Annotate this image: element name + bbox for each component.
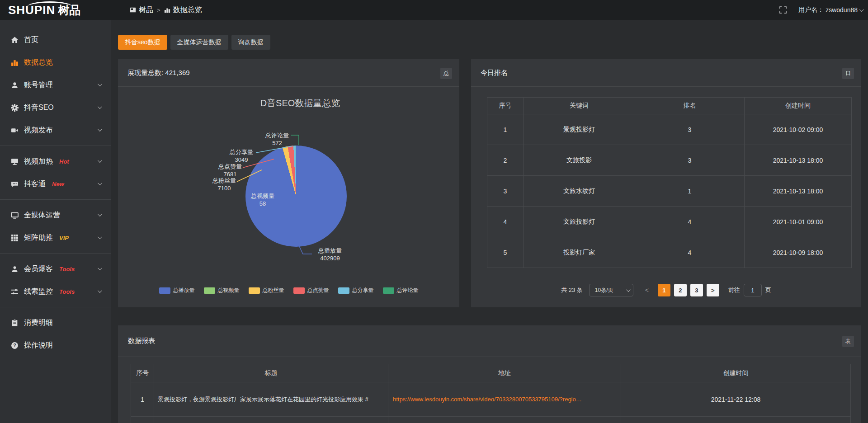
breadcrumb-current: 数据总览 — [164, 5, 202, 15]
chevron-down-icon — [98, 181, 102, 185]
fullscreen-icon[interactable] — [779, 6, 787, 14]
sidebar-item-instructions[interactable]: ? 操作说明 — [0, 334, 111, 357]
table-view-button[interactable]: 表 — [842, 336, 854, 347]
table-row: 1 景观投影灯 3 2021-10-02 09:00 — [487, 114, 852, 145]
legend-swatch — [293, 287, 305, 294]
member-icon — [11, 265, 19, 273]
data-tabs: 抖音seo数据 全媒体运营数据 询盘数据 — [118, 35, 270, 50]
data-report-panel: 数据报表 表 序号 标题 地址 创建时间 1 景观投影灯，夜游景观投影灯厂家展示… — [118, 325, 861, 423]
legend-swatch — [204, 287, 215, 294]
goto-page-input[interactable] — [744, 284, 762, 296]
chevron-down-icon — [98, 266, 102, 270]
chevron-down-icon — [98, 212, 102, 216]
panel-title: 数据报表 — [128, 337, 155, 345]
sidebar-item-account[interactable]: 账号管理 — [0, 74, 111, 96]
top-header: SHUPIN 树品 树品 > 数据总览 用户名： zswodun88 — [0, 0, 868, 20]
next-page-button[interactable]: > — [707, 284, 719, 296]
breadcrumb-separator: > — [157, 7, 160, 14]
sidebar-item-video-publish[interactable]: 视频发布 — [0, 119, 111, 141]
chevron-down-icon — [98, 235, 102, 239]
svg-text:?: ? — [13, 343, 16, 348]
tools-badge: Tools — [59, 288, 75, 295]
sidebar-item-matrix-boost[interactable]: 矩阵助推 VIP — [0, 226, 111, 249]
pie-label-likes: 总点赞量7681 — [218, 163, 242, 178]
username-value: zswodun88 — [826, 6, 858, 14]
window-icon — [130, 7, 136, 13]
legend-item-plays[interactable]: 总播放量 — [159, 287, 195, 294]
chevron-down-icon — [98, 288, 102, 293]
tools-badge: Tools — [59, 266, 75, 273]
sidebar-divider — [0, 199, 111, 200]
page-button-3[interactable]: 3 — [690, 284, 703, 296]
tab-douyin-seo-data[interactable]: 抖音seo数据 — [118, 35, 167, 50]
monitor-icon — [11, 212, 19, 219]
today-ranking-panel: 今日排名 日 序号 关键词 排名 创建时间 1 景观投影灯 3 2021-10-… — [471, 59, 861, 307]
receipt-icon — [11, 319, 19, 327]
sidebar-item-video-heat[interactable]: 视频加热 Hot — [0, 150, 111, 173]
table-header-row: 序号 关键词 排名 创建时间 — [487, 98, 852, 114]
goto-label: 前往 — [728, 286, 740, 294]
total-view-button[interactable]: 总 — [440, 68, 452, 79]
impressions-total: 展现量总数: 421,369 — [127, 69, 190, 77]
table-row: 1 景观投影灯，夜游景观投影灯厂家展示展示落花灯在花园里的灯光投影应用效果 # … — [131, 382, 851, 417]
chevron-down-icon — [859, 7, 864, 12]
table-row: 3 文旅水纹灯 1 2021-10-13 18:00 — [487, 176, 852, 207]
legend-swatch — [338, 287, 349, 294]
user-menu[interactable]: 用户名： zswodun88 — [798, 6, 863, 14]
sidebar-divider — [0, 307, 111, 307]
legend-swatch — [249, 287, 260, 294]
chevron-down-icon — [98, 127, 102, 132]
chevron-down-icon — [98, 158, 102, 163]
page-button-2[interactable]: 2 — [674, 284, 687, 296]
tab-media-operation-data[interactable]: 全媒体运营数据 — [170, 35, 228, 50]
pie-label-plays: 总播放量402909 — [318, 247, 342, 262]
legend-swatch — [383, 287, 394, 294]
sidebar-item-douyin-seo[interactable]: 抖音SEO — [0, 96, 111, 119]
page-button-1[interactable]: 1 — [658, 284, 670, 296]
chart-legend: 总播放量 总视频量 总粉丝量 总点赞量 总分享量 总评论量 — [118, 287, 459, 294]
tab-inquiry-data[interactable]: 询盘数据 — [231, 35, 270, 50]
hot-badge: Hot — [59, 158, 69, 165]
bar-chart-icon — [164, 7, 170, 13]
pie-label-fans: 总粉丝量7100 — [212, 177, 236, 192]
pie-label-comments: 总评论量572 — [265, 132, 289, 147]
pagination: 共 23 条 10条/页 < 1 2 3 > 前往 页 — [471, 284, 861, 296]
app-logo: SHUPIN 树品 — [8, 0, 80, 20]
sidebar-divider — [0, 253, 111, 254]
legend-item-videos[interactable]: 总视频量 — [204, 287, 240, 294]
sidebar-item-member-baoke[interactable]: 会员爆客 Tools — [0, 258, 111, 280]
sidebar-item-consumption-detail[interactable]: 消费明细 — [0, 311, 111, 334]
legend-item-likes[interactable]: 总点赞量 — [293, 287, 329, 294]
video-link[interactable]: https://www.iesdouyin.com/share/video/70… — [388, 382, 621, 417]
legend-item-shares[interactable]: 总分享量 — [338, 287, 374, 294]
table-row: 5 投影灯厂家 4 2021-10-09 18:00 — [487, 237, 852, 268]
user-icon — [11, 81, 19, 89]
sidebar-item-home[interactable]: 首页 — [0, 28, 111, 51]
panel-title: 今日排名 — [481, 69, 508, 77]
video-publish-icon — [11, 127, 19, 134]
chart-title: D音SEO数据量总览 — [260, 97, 340, 109]
breadcrumb-root[interactable]: 树品 — [130, 5, 153, 15]
new-badge: New — [52, 181, 64, 188]
sidebar-item-data-overview[interactable]: 数据总览 — [0, 51, 111, 74]
page-size-select[interactable]: 10条/页 — [589, 284, 633, 296]
vip-badge: VIP — [59, 235, 69, 241]
legend-item-fans[interactable]: 总粉丝量 — [249, 287, 284, 294]
sidebar-item-douketong[interactable]: 抖客通 New — [0, 173, 111, 195]
gear-icon — [11, 104, 19, 112]
video-title: 景观投影灯，夜游景观投影灯厂家展示展示落花灯在花园里的灯光投影应用效果 # — [154, 382, 388, 417]
legend-item-comments[interactable]: 总评论量 — [383, 287, 419, 294]
grid-icon — [11, 234, 19, 242]
chevron-down-icon — [98, 104, 102, 109]
table-row: 2 文旅投影 3 2021-10-13 18:00 — [487, 145, 852, 176]
sidebar: 首页 数据总览 账号管理 抖音SEO 视频发布 视频加热 Hot 抖客通 New… — [0, 20, 111, 423]
goto-unit: 页 — [765, 286, 771, 294]
prev-page-button[interactable]: < — [642, 284, 652, 296]
sliders-icon — [11, 288, 19, 296]
tv-icon — [11, 158, 19, 165]
daily-view-button[interactable]: 日 — [842, 68, 854, 79]
sidebar-item-media-operation[interactable]: 全媒体运营 — [0, 204, 111, 226]
sidebar-item-lead-monitor[interactable]: 线索监控 Tools — [0, 280, 111, 303]
chat-icon — [11, 180, 19, 188]
breadcrumb: 树品 > 数据总览 — [130, 0, 202, 20]
